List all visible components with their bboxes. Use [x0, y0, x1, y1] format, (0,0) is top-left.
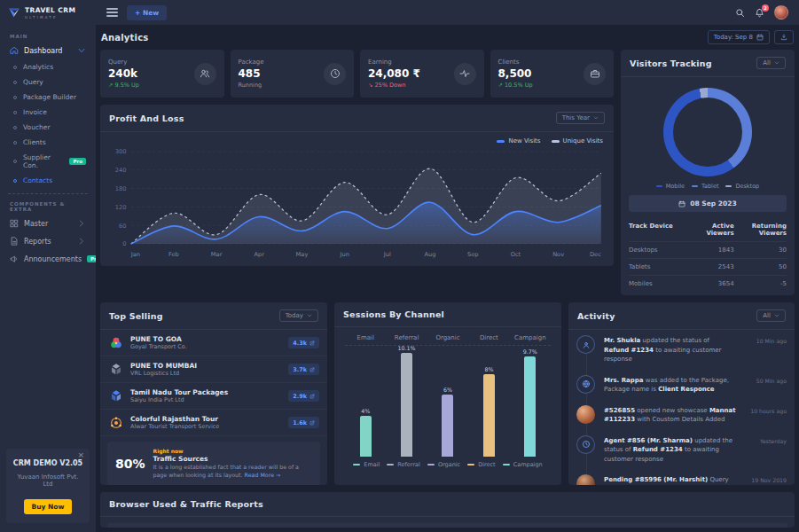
bar[interactable] [401, 353, 412, 457]
traffic-sources-card: 80% Right now Traffic Sources It is a lo… [107, 442, 320, 485]
pro-badge: Pro [87, 255, 96, 262]
buy-now-button[interactable]: Buy Now [24, 499, 73, 514]
item-value-badge[interactable]: 1.6k [288, 417, 319, 428]
download-button[interactable] [774, 30, 794, 44]
svg-text:120: 120 [115, 204, 127, 211]
activity-item[interactable]: Mr. Shukla updated the status of Refund … [568, 330, 795, 370]
sidebar-item-contacts[interactable]: Contacts [0, 173, 96, 188]
legend-marker [427, 464, 435, 466]
stat-card-package: Package485Running [231, 50, 355, 98]
activity-item[interactable]: #526855 opened new showcase Mannat #1122… [568, 400, 795, 430]
sidebar: TRAVEL CRM ULTIMATE MAINDashboardAnalyti… [0, 0, 96, 532]
bullet-icon [13, 126, 17, 129]
profit-legend: New VisitsUnique Visits [107, 136, 607, 146]
date-range-button[interactable]: Today: Sep 8 [708, 30, 770, 44]
stat-label: Earning [368, 59, 420, 66]
legend-label: Mobile [666, 183, 685, 190]
legend-marker [552, 140, 560, 143]
page-header: Analytics Today: Sep 8 [96, 25, 799, 48]
activity-time: 50 Min ago [742, 375, 787, 384]
calendar-icon [756, 34, 764, 41]
close-icon[interactable]: × [77, 450, 84, 459]
visitors-filter-dropdown[interactable]: All [756, 57, 786, 69]
sidebar-item-query[interactable]: Query [0, 74, 96, 90]
topbar: + New 2 [96, 0, 799, 25]
bar[interactable] [524, 356, 536, 457]
calendar-icon [678, 200, 685, 207]
dashboard-content: Query240k↗9.5% UpPackage485RunningEarnin… [96, 48, 799, 532]
bar[interactable] [360, 416, 372, 457]
bar[interactable] [442, 395, 453, 457]
visitors-date-label: 08 Sep 2023 [690, 200, 736, 207]
list-item[interactable]: Colorful Rajasthan TourAlwar Tourist Tra… [100, 410, 327, 436]
legend-item-new-visits: New Visits [497, 137, 540, 145]
sidebar-item-invoice[interactable]: Invoice [0, 105, 96, 120]
legend-marker [656, 185, 662, 188]
download-icon [780, 34, 787, 41]
visitors-date-button[interactable]: 08 Sep 2023 [629, 195, 787, 212]
item-name: Colorful Rajasthan Tour [130, 415, 219, 424]
visitors-tracking-panel: Visitors Tracking All MobileTabletDeskto… [621, 50, 795, 295]
bar[interactable] [483, 374, 495, 457]
sidebar-item-announcements[interactable]: AnnouncementsPro [0, 250, 96, 268]
legend-label: Tablet [701, 183, 718, 190]
sidebar-item-supplier-con[interactable]: Supplier Con.Pro [0, 150, 96, 173]
table-cell: 30 [734, 246, 787, 254]
read-more-link[interactable]: Read More → [245, 472, 281, 478]
item-company: VRL Logistics Ltd [130, 370, 197, 377]
top-selling-filter-dropdown[interactable]: Today [279, 309, 318, 322]
visitors-filter-label: All [763, 59, 771, 66]
sidebar-item-label: Invoice [23, 108, 47, 116]
logo-text: TRAVEL CRM ULTIMATE [25, 6, 75, 20]
traffic-tag: Right now [153, 448, 312, 454]
activity-filter-dropdown[interactable]: All [756, 309, 786, 322]
sidebar-item-voucher[interactable]: Voucher [0, 120, 96, 135]
list-item[interactable]: Tamil Nadu Tour PackagesSaiyu India Pvt … [100, 383, 327, 410]
bar-value-label: 9.7% [523, 348, 537, 355]
traffic-reports-table: ChannelSessionsPrev.Period% ChangeOrgani… [107, 523, 787, 528]
profit-range-dropdown[interactable]: This Year [556, 112, 605, 124]
chevron-down-icon [593, 115, 599, 121]
item-value-badge[interactable]: 4.3k [288, 337, 319, 348]
activity-item[interactable]: Pending #85996 (Mr. Harshit) Query Gener… [568, 469, 795, 485]
traffic-heading: Traffic Sources [153, 455, 312, 463]
pro-badge: Pro [69, 158, 86, 165]
legend-item-campaign: Campaign [503, 461, 543, 468]
activity-text: Agent #856 (Mr. Sharma) updated the stat… [604, 435, 736, 465]
stat-value: 485 [239, 67, 264, 80]
sidebar-item-label: Analytics [23, 63, 53, 71]
list-item[interactable]: PUNE TO MUMBAIVRL Logistics Ltd3.7k [100, 356, 327, 383]
item-value-badge[interactable]: 2.9k [288, 390, 319, 402]
sidebar-item-master[interactable]: Master [0, 215, 96, 232]
stat-info: Query240k↗9.5% Up [108, 59, 139, 89]
sidebar-item-package-builder[interactable]: Package Builder [0, 90, 96, 105]
legend-item-desktop: Desktop [725, 183, 759, 190]
category-label: Direct [468, 334, 509, 341]
search-icon[interactable] [735, 8, 745, 18]
activity-panel: Activity All Mr. Shukla updated the stat… [568, 302, 795, 485]
table-cell: 3654 [686, 280, 734, 287]
column-header: Track Device [629, 223, 686, 237]
sidebar-item-clients[interactable]: Clients [0, 135, 96, 150]
bar-value-label: 10.1% [398, 345, 416, 351]
menu-icon[interactable] [106, 8, 118, 17]
svg-text:60: 60 [119, 223, 126, 230]
file-icon [10, 237, 19, 246]
app-logo[interactable]: TRAVEL CRM ULTIMATE [0, 0, 96, 25]
sidebar-item-dashboard[interactable]: Dashboard [0, 42, 96, 59]
svg-text:Jan: Jan [130, 251, 140, 258]
item-value-badge[interactable]: 3.7k [288, 364, 319, 375]
table-cell: Desktops [629, 246, 686, 254]
sidebar-item-analytics[interactable]: Analytics [0, 59, 96, 74]
sidebar-item-reports[interactable]: Reports [0, 232, 96, 250]
list-item[interactable]: PUNE TO GOAGoyal Transport Co.4.3k [100, 330, 327, 356]
notifications-bell-icon[interactable]: 2 [755, 8, 764, 18]
legend-label: Direct [478, 461, 495, 468]
activity-item[interactable]: Mrs. Rappa was added to the Package, Pac… [568, 370, 795, 400]
user-avatar[interactable] [774, 5, 788, 20]
new-button[interactable]: + New [127, 5, 167, 20]
stat-sub-text: 10.5% Up [505, 82, 533, 89]
activity-item[interactable]: Agent #856 (Mr. Sharma) updated the stat… [568, 430, 795, 470]
legend-label: Unique Visits [563, 137, 603, 145]
stat-icon-wrap [324, 63, 346, 85]
